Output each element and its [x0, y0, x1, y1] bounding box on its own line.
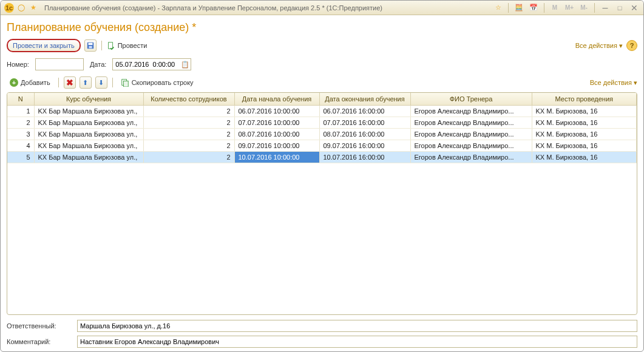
favorite-toggle-icon[interactable]: ☆: [493, 3, 503, 13]
cell-qty[interactable]: 2: [143, 117, 234, 129]
titlebar: 1с ◯ ★ Планирование обучения (создание) …: [1, 1, 643, 15]
copy-row-button[interactable]: Скопировать строку: [118, 76, 197, 89]
cell-end[interactable]: 09.07.2016 16:00:00: [319, 140, 410, 152]
cell-end[interactable]: 07.07.2016 16:00:00: [319, 117, 410, 129]
responsible-input[interactable]: [77, 320, 637, 332]
cell-trainer[interactable]: Егоров Александр Владимиро...: [410, 129, 532, 140]
cell-n[interactable]: 5: [7, 152, 34, 163]
cell-n[interactable]: 4: [7, 140, 34, 152]
cell-start[interactable]: 07.07.2016 10:00:00: [234, 117, 319, 129]
cell-trainer[interactable]: Егоров Александр Владимиро...: [410, 152, 532, 163]
col-n[interactable]: N: [7, 93, 34, 106]
cell-place[interactable]: KX М. Бирюзова, 16: [532, 106, 637, 117]
svg-rect-1: [88, 43, 92, 46]
maximize-button[interactable]: □: [614, 3, 625, 13]
move-up-button[interactable]: ⬆: [80, 76, 92, 89]
cell-trainer[interactable]: Егоров Александр Владимиро...: [410, 117, 532, 129]
col-end[interactable]: Дата окончания обучения: [319, 93, 410, 106]
plus-icon: +: [10, 78, 18, 87]
comment-input[interactable]: [77, 336, 637, 348]
cell-place[interactable]: KX М. Бирюзова, 16: [532, 140, 637, 152]
favorite-icon[interactable]: ★: [29, 3, 38, 13]
date-label: Дата:: [90, 61, 106, 68]
table-row[interactable]: 4KX Бар Маршала Бирюзова ул.,209.07.2016…: [7, 140, 637, 152]
cell-place[interactable]: KX М. Бирюзова, 16: [532, 152, 637, 163]
grid-header-row: N Курс обучения Количество сотрудников Д…: [7, 93, 637, 106]
cell-start[interactable]: 10.07.2016 10:00:00: [234, 152, 319, 163]
header-fields: Номер: Дата: 📋: [7, 58, 637, 70]
cell-course[interactable]: KX Бар Маршала Бирюзова ул.,: [34, 117, 143, 129]
separator: [594, 3, 595, 13]
col-qty[interactable]: Количество сотрудников: [143, 93, 234, 106]
table-row[interactable]: 1KX Бар Маршала Бирюзова ул.,206.07.2016…: [7, 106, 637, 117]
svg-rect-2: [89, 46, 92, 49]
cell-end[interactable]: 06.07.2016 16:00:00: [319, 106, 410, 117]
cell-course[interactable]: KX Бар Маршала Бирюзова ул.,: [34, 152, 143, 163]
cell-course[interactable]: KX Бар Маршала Бирюзова ул.,: [34, 129, 143, 140]
add-row-button[interactable]: + Добавить: [7, 76, 53, 89]
back-icon[interactable]: ◯: [16, 3, 26, 13]
memory-mminus-button[interactable]: M-: [578, 3, 589, 13]
col-trainer[interactable]: ФИО Тренера: [410, 93, 532, 106]
bottom-fields: Ответственный: Комментарий:: [7, 320, 637, 348]
submit-and-close-button[interactable]: Провести и закрыть: [7, 39, 81, 52]
chevron-down-icon: ▾: [634, 79, 637, 86]
page-title: Планирование обучения (создание) *: [7, 21, 637, 34]
calendar-icon[interactable]: 📅: [528, 3, 539, 13]
close-button[interactable]: ✕: [629, 3, 640, 13]
cell-end[interactable]: 08.07.2016 16:00:00: [319, 129, 410, 140]
save-button[interactable]: [84, 39, 97, 52]
svg-rect-5: [123, 81, 128, 87]
number-label: Номер:: [7, 61, 29, 68]
move-down-button[interactable]: ⬇: [95, 76, 107, 89]
cell-qty[interactable]: 2: [143, 129, 234, 140]
cell-n[interactable]: 1: [7, 106, 34, 117]
memory-mplus-button[interactable]: M+: [564, 3, 575, 13]
date-input[interactable]: [112, 58, 191, 70]
calculator-icon[interactable]: 🧮: [514, 3, 524, 13]
grid-all-actions-dropdown[interactable]: Все действия ▾: [590, 79, 637, 87]
cell-n[interactable]: 2: [7, 117, 34, 129]
grid: N Курс обучения Количество сотрудников Д…: [7, 92, 637, 315]
table-row[interactable]: 5KX Бар Маршала Бирюзова ул.,210.07.2016…: [7, 152, 637, 163]
cell-start[interactable]: 09.07.2016 10:00:00: [234, 140, 319, 152]
delete-row-button[interactable]: ✖: [64, 76, 76, 89]
col-course[interactable]: Курс обучения: [34, 93, 143, 106]
submit-button[interactable]: Провести: [107, 41, 147, 50]
cell-course[interactable]: KX Бар Маршала Бирюзова ул.,: [34, 106, 143, 117]
cell-place[interactable]: KX М. Бирюзова, 16: [532, 117, 637, 129]
cell-qty[interactable]: 2: [143, 152, 234, 163]
cell-end[interactable]: 10.07.2016 16:00:00: [319, 152, 410, 163]
app-logo-icon: 1с: [4, 3, 14, 13]
cell-trainer[interactable]: Егоров Александр Владимиро...: [410, 140, 532, 152]
separator: [101, 41, 102, 50]
window-title: Планирование обучения (создание) - Зарпл…: [44, 4, 382, 12]
table-row[interactable]: 3KX Бар Маршала Бирюзова ул.,208.07.2016…: [7, 129, 637, 140]
submit-label: Провести: [118, 42, 147, 49]
cell-n[interactable]: 3: [7, 129, 34, 140]
table-row[interactable]: 2KX Бар Маршала Бирюзова ул.,207.07.2016…: [7, 117, 637, 129]
cell-start[interactable]: 08.07.2016 10:00:00: [234, 129, 319, 140]
cell-qty[interactable]: 2: [143, 106, 234, 117]
cell-place[interactable]: KX М. Бирюзова, 16: [532, 129, 637, 140]
number-input[interactable]: [35, 58, 84, 70]
all-actions-dropdown[interactable]: Все действия ▾: [575, 42, 623, 50]
cell-course[interactable]: KX Бар Маршала Бирюзова ул.,: [34, 140, 143, 152]
memory-m-button[interactable]: M: [549, 3, 560, 13]
col-start[interactable]: Дата начала обучения: [234, 93, 319, 106]
svg-rect-3: [108, 42, 112, 49]
separator: [508, 3, 509, 13]
cell-trainer[interactable]: Егоров Александр Владимиро...: [410, 106, 532, 117]
minimize-button[interactable]: –: [600, 3, 611, 13]
responsible-label: Ответственный:: [7, 322, 72, 330]
cell-start[interactable]: 06.07.2016 10:00:00: [234, 106, 319, 117]
separator: [58, 78, 59, 87]
separator: [112, 78, 113, 87]
chevron-down-icon: ▾: [619, 42, 623, 49]
help-button[interactable]: ?: [626, 40, 637, 51]
cell-qty[interactable]: 2: [143, 140, 234, 152]
calendar-picker-icon[interactable]: 📋: [180, 59, 190, 69]
col-place[interactable]: Место проведения: [532, 93, 637, 106]
grid-empty-area[interactable]: [7, 163, 637, 314]
comment-label: Комментарий:: [7, 338, 72, 345]
